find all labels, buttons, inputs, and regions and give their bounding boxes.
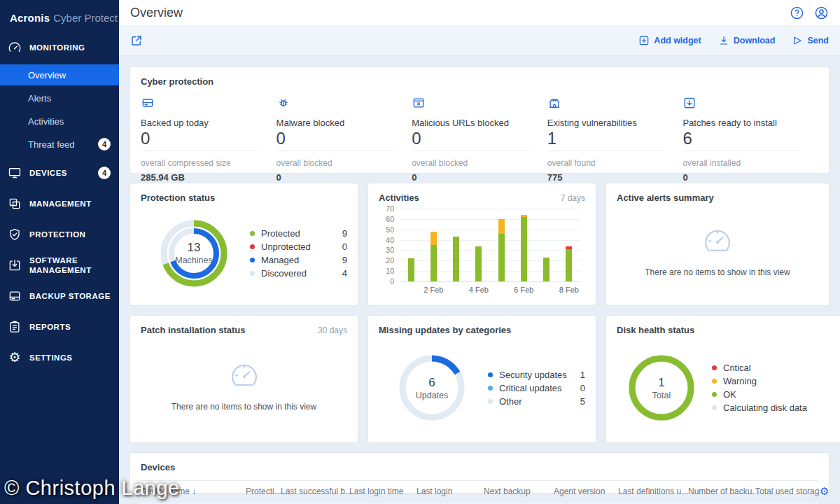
legend-item: Critical updates0	[488, 383, 585, 393]
legend-label: Warning	[723, 376, 757, 386]
stat-malicious-urls: Malicious URLs blocked 0 overall blocked…	[412, 96, 547, 183]
dashboard-toolbar: Add widget Download Send	[119, 25, 840, 56]
legend-item: Warning0	[712, 376, 840, 386]
bar-segment-succeeded	[543, 258, 550, 281]
sidebar-item-alerts[interactable]: Alerts	[0, 88, 119, 108]
legend-color-dot	[488, 372, 493, 377]
sidebar-item-management[interactable]: MANAGEMENT	[0, 191, 119, 216]
legend-label: Managed	[261, 255, 299, 265]
column-header[interactable]: Total used storage	[755, 486, 820, 496]
activities-bar-chart: 0102030405060702 Feb4 Feb6 Feb8 Feb	[379, 209, 585, 297]
legend-color-dot	[250, 271, 255, 276]
watermark: © Christoph Lange	[4, 477, 180, 500]
legend-label: Critical	[723, 363, 751, 373]
column-header[interactable]: Protecti...	[246, 486, 281, 496]
widget-title: Devices	[141, 462, 818, 472]
overlapping-squares-icon	[8, 197, 22, 211]
legend-value: 5	[580, 396, 585, 407]
devices-table: Device name ↓Protecti...Last successful …	[141, 480, 818, 504]
bar-segment-succeeded	[566, 249, 572, 281]
column-header[interactable]: Last successful b...	[281, 486, 349, 496]
legend-color-dot	[712, 392, 717, 397]
top-header: Overview	[119, 0, 840, 25]
widget-title: Patch installation status	[141, 325, 246, 335]
legend-label: Discovered	[261, 268, 307, 279]
sort-desc-icon[interactable]: ↓	[190, 486, 196, 496]
legend-label: Other	[499, 396, 522, 407]
sidebar-item-overview[interactable]: Overview	[0, 64, 119, 85]
patch-installation-widget: Patch installation status 30 days There …	[130, 315, 358, 443]
sidebar-item-protection[interactable]: PROTECTION	[0, 222, 119, 247]
sidebar: Acronis Cyber Protect MONITORING Overvie…	[0, 0, 119, 504]
bar-segment-succeeded	[475, 246, 482, 282]
column-header[interactable]: Next backup	[484, 486, 554, 496]
disk-health-widget: Disk health status 1Total Critical0Warni…	[606, 315, 840, 443]
help-icon[interactable]	[790, 6, 804, 20]
empty-gauge-icon	[700, 223, 735, 260]
widget-title: Cyber protection	[141, 76, 818, 87]
x-axis-tick: 4 Feb	[465, 286, 493, 294]
account-icon[interactable]	[814, 6, 829, 20]
widget-title: Active alerts summary	[617, 192, 714, 203]
table-settings-gear-icon[interactable]: ⚙	[820, 485, 829, 497]
sidebar-item-monitoring[interactable]: MONITORING	[0, 35, 119, 60]
malware-bug-icon	[276, 100, 290, 112]
y-axis-tick: 60	[379, 215, 394, 223]
devices-badge: 4	[98, 167, 111, 179]
dashboard-content: Cyber protection Backed up today 0 overa…	[119, 56, 840, 504]
bar-segment-error	[566, 246, 572, 249]
y-axis-tick: 50	[379, 225, 394, 234]
sidebar-item-devices[interactable]: DEVICES 4	[0, 160, 119, 186]
main-area: Overview Add widget	[119, 0, 840, 504]
protection-status-donut: 13Machines	[159, 218, 229, 288]
widget-period: 7 days	[561, 193, 585, 203]
download-button[interactable]: Download	[718, 35, 776, 46]
donut-center-label: Total	[652, 391, 671, 400]
send-button[interactable]: Send	[792, 35, 829, 46]
legend-item: Discovered4	[250, 268, 347, 279]
widget-period: 30 days	[318, 326, 347, 335]
malicious-url-icon	[412, 100, 426, 112]
stat-malware-blocked: Malware blocked 0 overall blocked 0	[276, 96, 412, 183]
stat-value: 0	[412, 129, 529, 148]
add-widget-button[interactable]: Add widget	[638, 35, 701, 46]
stat-value: 0	[141, 129, 258, 148]
sidebar-item-threat-feed[interactable]: Threat feed 4	[0, 134, 119, 155]
legend-label: Calculating disk data	[723, 402, 807, 413]
donut-center-value: 13	[188, 241, 201, 255]
y-axis-tick: 30	[379, 246, 394, 254]
widget-title: Activities	[379, 192, 419, 203]
sidebar-item-settings[interactable]: ⚙ SETTINGS	[0, 345, 119, 370]
disk-health-legend: Critical0Warning0OK1Calculating disk dat…	[712, 360, 840, 416]
column-header[interactable]: Last definitions u...	[618, 486, 688, 496]
legend-color-dot	[712, 405, 717, 410]
y-axis-tick: 10	[379, 267, 394, 275]
missing-updates-legend: Security updates1Critical updates0Other5	[488, 367, 585, 410]
column-header[interactable]: Agent version	[554, 486, 618, 496]
empty-gauge-icon	[227, 357, 262, 395]
column-header[interactable]: Number of backu...	[688, 486, 755, 496]
x-axis-tick: 6 Feb	[510, 286, 538, 294]
stat-patches: Patches ready to install 6 overall insta…	[682, 96, 818, 183]
bar-segment-succeeded	[521, 217, 527, 281]
sidebar-item-reports[interactable]: REPORTS	[0, 314, 119, 340]
bar-segment-succeeded	[408, 258, 414, 281]
sidebar-item-software-management[interactable]: SOFTWARE MANAGEMENT	[0, 253, 119, 278]
bar-segment-succeeded	[498, 234, 505, 281]
stat-value: 1	[547, 129, 665, 148]
vulnerability-castle-icon	[547, 100, 561, 112]
column-header[interactable]: Last login time	[349, 486, 416, 496]
column-header[interactable]: Last login	[416, 486, 484, 496]
legend-value: 1	[580, 370, 585, 380]
popout-icon[interactable]	[130, 34, 143, 47]
gauge-icon	[8, 41, 22, 55]
bar-segment-warning	[498, 219, 505, 234]
sidebar-item-backup-storage[interactable]: BACKUP STORAGE	[0, 284, 119, 309]
sidebar-item-label: PROTECTION	[29, 230, 85, 239]
y-axis-tick: 0	[379, 277, 394, 286]
legend-value: 9	[342, 255, 347, 265]
sidebar-item-activities[interactable]: Activities	[0, 111, 119, 132]
legend-item: Protected9	[250, 228, 347, 239]
stat-backed-up-today: Backed up today 0 overall compressed siz…	[141, 96, 276, 183]
sidebar-item-label: Overview	[28, 70, 66, 80]
